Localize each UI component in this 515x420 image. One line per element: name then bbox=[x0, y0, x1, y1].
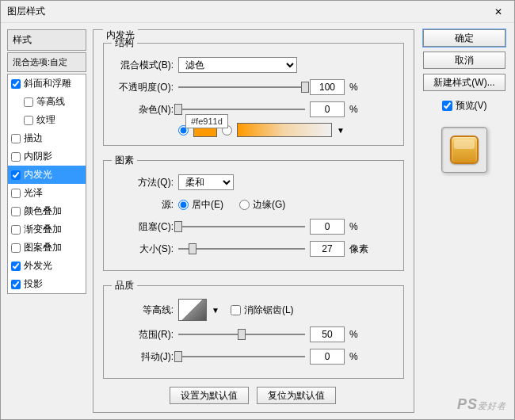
blend-mode-select[interactable]: 滤色 bbox=[178, 57, 297, 73]
style-checkbox[interactable] bbox=[11, 152, 21, 162]
jitter-unit: % bbox=[349, 351, 358, 362]
reset-default-button[interactable]: 复位为默认值 bbox=[257, 387, 336, 404]
range-label: 范围(R): bbox=[112, 328, 174, 342]
style-item-2[interactable]: 纹理 bbox=[8, 111, 86, 129]
style-label: 外发光 bbox=[24, 259, 52, 273]
chevron-down-icon[interactable]: ▼ bbox=[212, 306, 219, 315]
color-tooltip: #fe911d bbox=[185, 114, 228, 128]
style-label: 图案叠加 bbox=[24, 241, 62, 254]
style-label: 描边 bbox=[24, 132, 43, 145]
quality-legend: 品质 bbox=[112, 279, 137, 292]
style-item-1[interactable]: 等高线 bbox=[8, 93, 86, 111]
noise-label: 杂色(N): bbox=[112, 103, 174, 116]
watermark: PS爱好者 bbox=[457, 396, 506, 413]
style-label: 渐变叠加 bbox=[24, 223, 62, 236]
style-label: 内发光 bbox=[24, 168, 52, 181]
make-default-button[interactable]: 设置为默认值 bbox=[170, 387, 249, 404]
source-label: 源: bbox=[112, 198, 174, 212]
style-checkbox[interactable] bbox=[11, 207, 21, 216]
choke-label: 阻塞(C): bbox=[112, 220, 174, 234]
choke-input[interactable] bbox=[310, 219, 345, 235]
style-label: 纹理 bbox=[36, 113, 55, 127]
antialias-checkbox[interactable]: 消除锯齿(L) bbox=[231, 304, 294, 317]
range-input[interactable] bbox=[310, 326, 345, 342]
style-label: 斜面和浮雕 bbox=[24, 77, 71, 90]
preview-icon bbox=[450, 136, 479, 164]
style-checkbox[interactable] bbox=[11, 79, 21, 89]
style-checkbox[interactable] bbox=[11, 225, 21, 235]
range-unit: % bbox=[349, 329, 358, 340]
style-checkbox[interactable] bbox=[11, 189, 21, 198]
size-slider[interactable] bbox=[178, 242, 305, 256]
dialog-content: 样式 混合选项:自定 斜面和浮雕等高线纹理描边内阴影内发光光泽颜色叠加渐变叠加图… bbox=[1, 23, 514, 419]
style-item-8[interactable]: 渐变叠加 bbox=[8, 220, 86, 239]
noise-unit: % bbox=[349, 104, 358, 115]
style-item-0[interactable]: 斜面和浮雕 bbox=[8, 74, 86, 93]
elements-group: 图素 方法(Q): 柔和 源: 居中(E) 边缘(G) 阻塞(C): % bbox=[103, 154, 404, 271]
style-label: 等高线 bbox=[36, 95, 65, 109]
jitter-label: 抖动(J): bbox=[112, 350, 174, 364]
center-panel: 内发光 #fe911d 结构 混合模式(B): 滤色 不透明度(O): % bbox=[93, 29, 414, 413]
style-item-4[interactable]: 内阴影 bbox=[8, 147, 86, 166]
style-label: 内阴影 bbox=[24, 150, 52, 163]
blending-options[interactable]: 混合选项:自定 bbox=[7, 52, 86, 72]
noise-input[interactable] bbox=[310, 101, 345, 117]
chevron-down-icon[interactable]: ▼ bbox=[337, 126, 345, 135]
quality-group: 品质 等高线: ▼ 消除锯齿(L) 范围(R): % 抖动(J): bbox=[103, 279, 404, 379]
size-unit: 像素 bbox=[349, 242, 368, 256]
range-slider[interactable] bbox=[178, 327, 305, 342]
style-checkbox[interactable] bbox=[11, 262, 21, 271]
layer-style-dialog: 图层样式 ✕ 样式 混合选项:自定 斜面和浮雕等高线纹理描边内阴影内发光光泽颜色… bbox=[0, 0, 515, 420]
style-checkbox[interactable] bbox=[24, 116, 33, 125]
jitter-input[interactable] bbox=[310, 349, 345, 365]
left-panel: 样式 混合选项:自定 斜面和浮雕等高线纹理描边内阴影内发光光泽颜色叠加渐变叠加图… bbox=[7, 29, 86, 413]
style-item-6[interactable]: 光泽 bbox=[8, 184, 86, 202]
source-edge-radio[interactable]: 边缘(G) bbox=[239, 198, 285, 212]
elements-legend: 图素 bbox=[112, 154, 137, 167]
opacity-input[interactable] bbox=[310, 79, 345, 95]
titlebar: 图层样式 ✕ bbox=[1, 1, 514, 23]
cancel-button[interactable]: 取消 bbox=[423, 52, 505, 69]
ok-button[interactable]: 确定 bbox=[423, 29, 505, 47]
style-list: 斜面和浮雕等高线纹理描边内阴影内发光光泽颜色叠加渐变叠加图案叠加外发光投影 bbox=[7, 74, 86, 294]
structure-group: 结构 混合模式(B): 滤色 不透明度(O): % 杂色(N): bbox=[103, 36, 404, 146]
style-item-9[interactable]: 图案叠加 bbox=[8, 239, 86, 257]
style-item-7[interactable]: 颜色叠加 bbox=[8, 202, 86, 220]
style-checkbox[interactable] bbox=[24, 97, 33, 107]
style-checkbox[interactable] bbox=[11, 134, 21, 143]
close-icon: ✕ bbox=[494, 6, 502, 17]
style-checkbox[interactable] bbox=[11, 243, 21, 253]
gradient-swatch[interactable] bbox=[237, 123, 332, 137]
technique-select[interactable]: 柔和 bbox=[178, 174, 234, 190]
size-label: 大小(S): bbox=[112, 242, 174, 256]
style-checkbox[interactable] bbox=[11, 280, 21, 289]
style-item-10[interactable]: 外发光 bbox=[8, 257, 86, 275]
preview-box bbox=[441, 127, 487, 173]
opacity-label: 不透明度(O): bbox=[112, 81, 174, 94]
contour-picker[interactable] bbox=[178, 299, 207, 321]
opacity-slider[interactable] bbox=[178, 80, 305, 94]
style-item-3[interactable]: 描边 bbox=[8, 129, 86, 147]
jitter-slider[interactable] bbox=[178, 349, 305, 364]
source-center-radio[interactable]: 居中(E) bbox=[178, 198, 223, 212]
style-item-5[interactable]: 内发光 bbox=[8, 166, 86, 184]
right-panel: 确定 取消 新建样式(W)... 预览(V) bbox=[421, 29, 508, 413]
structure-legend: 结构 bbox=[112, 36, 137, 50]
style-label: 光泽 bbox=[24, 186, 43, 200]
styles-header[interactable]: 样式 bbox=[7, 29, 86, 51]
contour-label: 等高线: bbox=[112, 304, 174, 317]
choke-unit: % bbox=[349, 221, 358, 232]
technique-label: 方法(Q): bbox=[112, 176, 174, 189]
style-label: 投影 bbox=[24, 277, 43, 291]
style-item-11[interactable]: 投影 bbox=[8, 275, 86, 293]
preview-checkbox[interactable]: 预览(V) bbox=[442, 99, 487, 113]
blend-mode-label: 混合模式(B): bbox=[112, 59, 174, 72]
opacity-unit: % bbox=[349, 82, 358, 93]
style-checkbox[interactable] bbox=[11, 170, 21, 180]
dialog-title: 图层样式 bbox=[7, 5, 489, 18]
new-style-button[interactable]: 新建样式(W)... bbox=[423, 74, 505, 91]
close-button[interactable]: ✕ bbox=[489, 2, 508, 21]
choke-slider[interactable] bbox=[178, 220, 305, 234]
size-input[interactable] bbox=[310, 241, 345, 257]
style-label: 颜色叠加 bbox=[24, 204, 62, 218]
